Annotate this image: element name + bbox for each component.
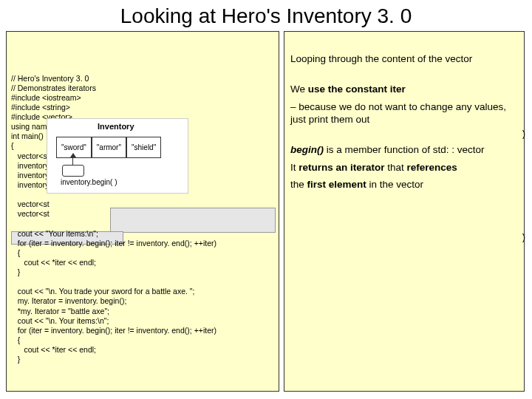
code-line: inventory [11,180,49,189]
annot-bold: first element [307,179,366,190]
code-line: inventory [11,171,49,180]
annot-line-1: Looping through the content of the vecto… [290,52,518,66]
annot-line-3: – because we do not want to change any v… [290,100,518,126]
stray-paren-2: ) [522,231,525,244]
code-line: vector<st [11,200,50,208]
annot-text: We [290,83,308,95]
code-line: { [11,335,20,344]
annotation-panel: Looping through the content of the vecto… [284,31,525,392]
inventory-diagram: Inventory "sword" "armor" "shield" inven… [47,118,188,194]
annot-text: is a member function of std: : vector [324,144,485,155]
annot-text: in the vector [366,179,423,190]
code-line: cout << "Your items:\n"; [11,229,98,238]
annot-line-6: the first element in the vector [290,178,518,191]
code-text: // Hero's Inventory 3. 0 // Demonstrates… [11,74,274,365]
code-line: cout << "\n. You trade your sword for a … [11,287,195,296]
code-line: { [11,141,14,150]
annot-line-4: begin() is a member function of std: : v… [290,143,518,157]
annot-line-2: We use the constant iter [290,83,518,96]
code-line: } [11,355,20,364]
code-panel: // Hero's Inventory 3. 0 // Demonstrates… [6,31,279,392]
slide-body: // Hero's Inventory 3. 0 // Demonstrates… [6,31,526,393]
iterator-box-icon [62,165,84,177]
code-line: // Demonstrates iterators [11,83,96,92]
code-line: my. Iterator = inventory. begin(); [11,296,126,305]
code-line: inventory [11,161,49,170]
slide-title: Looking at Hero's Inventory 3. 0 [0,0,532,31]
annot-line-5: It returns an iterator that references [290,161,518,174]
code-line: for (iter = inventory. begin(); iter != … [11,239,216,248]
code-line: *my. Iterator = "battle axe"; [11,307,109,316]
diagram-cell-armor: "armor" [92,137,126,158]
code-line: vector<st [11,151,50,160]
diagram-title: Inventory [98,122,134,131]
annot-bold: returns an iterator [299,162,384,173]
arrow-line-icon [72,154,73,165]
code-line: } [11,267,20,276]
annot-text: It [290,162,299,173]
code-line: for (iter = inventory. begin(); iter != … [11,326,216,335]
code-line: { [11,248,20,257]
annot-text: that [385,162,407,173]
code-line: #include <iostream> [11,93,81,102]
code-line: // Hero's Inventory 3. 0 [11,74,89,83]
code-line: cout << *iter << endl; [11,258,96,267]
annot-bold: references [407,162,457,173]
arrow-head-icon [70,153,76,157]
code-line: vector<st [11,209,50,218]
code-line: int main() [11,132,44,140]
diagram-cell-shield: "shield" [126,137,161,158]
code-line: cout << *iter << endl; [11,345,96,354]
stray-paren-1: ) [522,128,525,140]
annot-bolditalic: begin() [290,144,324,155]
annot-bold: use the constant iter [308,83,406,95]
diagram-caption: inventory.begin( ) [61,178,117,186]
code-line: cout << "\n. Your items:\n"; [11,316,109,325]
code-line: #include <string> [11,103,70,112]
annot-text: the [290,179,307,190]
